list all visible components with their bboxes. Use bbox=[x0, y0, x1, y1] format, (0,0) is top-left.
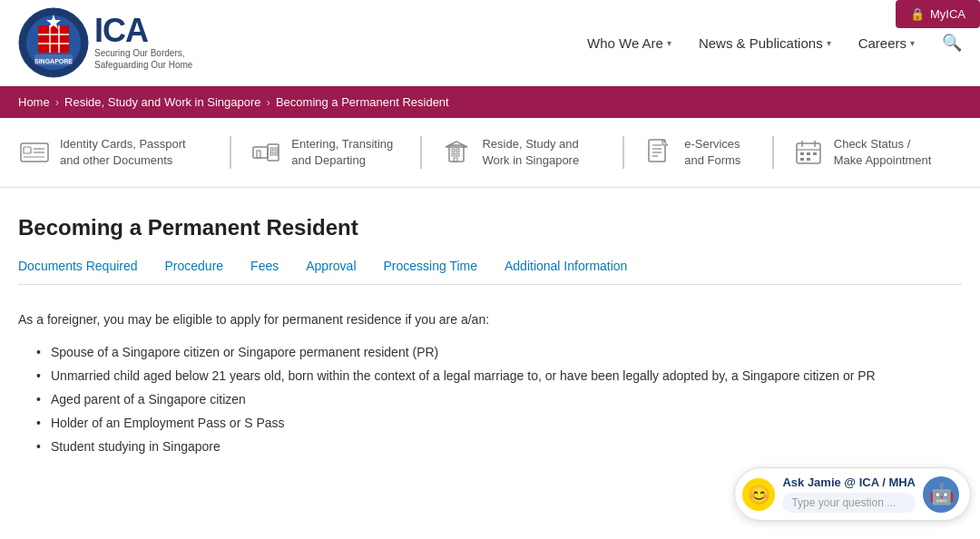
svg-text:SINGAPORE: SINGAPORE bbox=[34, 58, 73, 64]
icon-nav-entering[interactable]: Entering, Transiting and Departing bbox=[230, 136, 420, 169]
chevron-down-icon: ▾ bbox=[910, 38, 915, 48]
tab-documents-required[interactable]: Documents Required bbox=[18, 259, 138, 284]
main-content: Becoming a Permanent Resident Documents … bbox=[0, 188, 980, 481]
icon-navigation: Identity Cards, Passport and other Docum… bbox=[0, 118, 980, 188]
svg-rect-22 bbox=[275, 152, 278, 155]
tab-navigation: Documents Required Procedure Fees Approv… bbox=[18, 259, 962, 285]
ica-name: ICA bbox=[94, 15, 192, 47]
myica-button[interactable]: 🔒 MyICA bbox=[896, 0, 980, 28]
nav-careers[interactable]: Careers ▾ bbox=[858, 35, 915, 51]
building-icon bbox=[440, 136, 473, 169]
icon-nav-reside-label: Reside, Study and Work in Singapore bbox=[482, 136, 595, 169]
top-navigation: Who We Are ▾ News & Publications ▾ Caree… bbox=[587, 33, 962, 53]
ica-subtitle: Securing Our Borders, Safeguarding Our H… bbox=[94, 47, 192, 71]
breadcrumb-bar: Home › Reside, Study and Work in Singapo… bbox=[0, 86, 980, 118]
breadcrumb-separator: › bbox=[267, 95, 270, 109]
eligibility-list: Spouse of a Singapore citizen or Singapo… bbox=[18, 345, 962, 454]
svg-rect-27 bbox=[456, 153, 459, 156]
icon-nav-identity[interactable]: Identity Cards, Passport and other Docum… bbox=[18, 136, 230, 169]
page-title: Becoming a Permanent Resident bbox=[18, 215, 962, 240]
list-item: Aged parent of a Singapore citizen bbox=[36, 392, 962, 407]
svg-rect-26 bbox=[452, 153, 455, 156]
svg-rect-24 bbox=[452, 149, 455, 152]
svg-rect-44 bbox=[807, 158, 810, 161]
icon-nav-checkstatus-label: Check Status / Make Appointment bbox=[834, 136, 935, 169]
svg-rect-12 bbox=[24, 147, 31, 153]
breadcrumb-current: Becoming a Permanent Resident bbox=[276, 95, 449, 109]
svg-rect-21 bbox=[270, 152, 273, 155]
chevron-down-icon: ▾ bbox=[667, 38, 671, 48]
svg-rect-19 bbox=[270, 148, 273, 151]
breadcrumb-separator: › bbox=[55, 95, 59, 109]
svg-rect-42 bbox=[813, 152, 817, 155]
svg-rect-3 bbox=[38, 25, 69, 53]
tab-approval[interactable]: Approval bbox=[306, 259, 356, 284]
tab-additional-info[interactable]: Additional Information bbox=[505, 259, 627, 284]
svg-rect-17 bbox=[257, 151, 260, 158]
tab-processing-time[interactable]: Processing Time bbox=[384, 259, 477, 284]
robot-icon: 🤖 bbox=[923, 476, 959, 482]
entering-icon bbox=[250, 136, 282, 169]
tab-fees[interactable]: Fees bbox=[250, 259, 279, 284]
list-item: Unmarried child aged below 21 years old,… bbox=[36, 368, 962, 383]
chevron-down-icon: ▾ bbox=[827, 38, 831, 48]
top-bar: 🔒 MyICA SINGAPORE ICA Se bbox=[0, 0, 980, 86]
svg-rect-40 bbox=[800, 152, 804, 155]
icon-nav-identity-label: Identity Cards, Passport and other Docum… bbox=[60, 136, 202, 169]
ica-logo-svg: SINGAPORE bbox=[18, 7, 89, 78]
breadcrumb-home[interactable]: Home bbox=[18, 95, 50, 109]
svg-rect-41 bbox=[807, 152, 810, 155]
svg-rect-20 bbox=[275, 148, 278, 151]
chat-ask-label: Ask Jamie @ ICA / MHA bbox=[782, 475, 916, 481]
list-item: Student studying in Singapore bbox=[36, 439, 962, 454]
myica-label: MyICA bbox=[930, 7, 965, 21]
content-intro: As a foreigner, you may be eligible to a… bbox=[18, 312, 962, 327]
tab-procedure[interactable]: Procedure bbox=[165, 259, 224, 284]
icon-nav-reside[interactable]: Reside, Study and Work in Singapore bbox=[420, 136, 622, 169]
icon-nav-checkstatus[interactable]: Check Status / Make Appointment bbox=[772, 136, 962, 169]
lock-icon: 🔒 bbox=[910, 7, 925, 21]
id-card-icon bbox=[18, 136, 51, 169]
logo-area[interactable]: SINGAPORE ICA Securing Our Borders, Safe… bbox=[18, 7, 192, 78]
smiley-icon: 😊 bbox=[742, 478, 775, 482]
breadcrumb-reside[interactable]: Reside, Study and Work in Singapore bbox=[64, 95, 261, 109]
icon-nav-eservices-label: e-Services and Forms bbox=[684, 136, 745, 169]
chat-widget[interactable]: 😊 Ask Jamie @ ICA / MHA Type your questi… bbox=[734, 467, 971, 481]
search-button[interactable]: 🔍 bbox=[942, 33, 962, 53]
list-item: Spouse of a Singapore citizen or Singapo… bbox=[36, 345, 962, 359]
calendar-icon bbox=[792, 136, 825, 169]
svg-rect-25 bbox=[456, 149, 459, 152]
icon-nav-eservices[interactable]: e-Services and Forms bbox=[622, 136, 772, 169]
chat-content: Ask Jamie @ ICA / MHA Type your question… bbox=[782, 475, 916, 481]
nav-news-publications[interactable]: News & Publications ▾ bbox=[699, 35, 831, 51]
document-icon bbox=[642, 136, 675, 169]
svg-rect-43 bbox=[800, 158, 804, 161]
nav-who-we-are[interactable]: Who We Are ▾ bbox=[587, 35, 671, 51]
icon-nav-entering-label: Entering, Transiting and Departing bbox=[291, 136, 393, 169]
list-item: Holder of an Employment Pass or S Pass bbox=[36, 416, 962, 430]
